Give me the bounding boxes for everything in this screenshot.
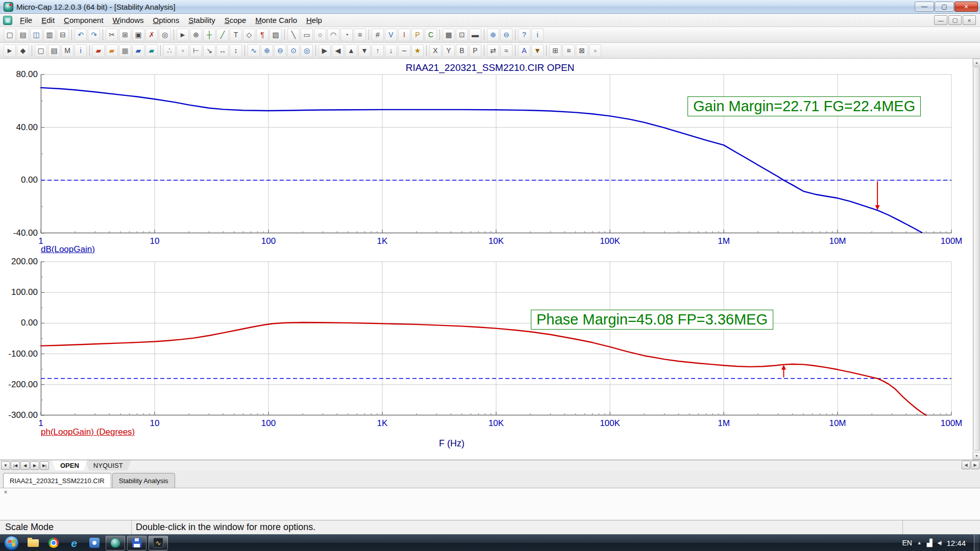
prev-page-button[interactable]: ◀ [20,461,30,470]
go-to-y-icon[interactable]: Y [443,44,455,57]
next-page-button[interactable]: ▶ [30,461,39,470]
zoom-in-icon[interactable]: ⊕ [261,44,273,57]
data-points-icon[interactable]: ∴ [163,44,176,57]
models-page-icon[interactable]: M [61,44,74,57]
flag-mode-icon[interactable]: ¶ [256,29,268,41]
scroll-right-icon[interactable]: ▶ [971,461,979,469]
high-icon[interactable]: ↑ [372,44,384,57]
ellipse-tool-icon[interactable]: ○ [314,29,326,41]
device-conditions-icon[interactable]: C [425,29,437,41]
db-loopgain-label[interactable]: dB(LoopGain) [41,244,95,255]
pie-tool-icon[interactable]: ◔ [340,29,353,41]
add-page-icon[interactable]: ▢ [35,44,47,57]
delete-icon[interactable]: ✗ [145,29,158,41]
first-page-button[interactable]: |◀ [11,461,20,470]
graphics-select-icon[interactable]: ◆ [17,44,29,57]
child-window-icon[interactable]: ▦ [3,16,12,25]
last-page-button[interactable]: ▶| [40,461,49,470]
next-point-icon[interactable]: ▶ [318,44,331,57]
scroll-up-icon[interactable]: ▲ [973,59,980,66]
mdi-close-button[interactable]: × [963,15,976,25]
copy-icon[interactable]: ⊞ [119,29,131,41]
horizontal-tag-icon[interactable]: ↔ [216,44,229,57]
node-voltages-icon[interactable]: V [385,29,397,41]
plot-window[interactable]: RIAA21_220321_SSM2210.CIR OPEN dB(LoopGa… [0,59,980,460]
volume-icon[interactable]: ◀) [938,540,942,545]
component-mode-icon[interactable]: ⊕ [190,29,202,41]
ph-loopgain-curve[interactable] [41,322,926,415]
tokens-icon[interactable]: ◦ [177,44,189,57]
ruler-icon[interactable]: ⊢ [190,44,202,57]
undo-icon[interactable]: ↶ [75,29,87,41]
go-to-performance-icon[interactable]: P [469,44,481,57]
menu-windows[interactable]: Windows [108,14,149,26]
go-to-x-icon[interactable]: X [429,44,442,57]
menu-scope[interactable]: Scope [220,14,251,26]
menu-options[interactable]: Options [148,14,184,26]
zoom-auto-icon[interactable]: ⊙ [287,44,300,57]
microcap-pinned-taskbar-button[interactable] [106,536,125,550]
restore-button[interactable]: ▢ [935,2,954,12]
normalize-icon[interactable]: ≈ [500,44,512,57]
properties-icon[interactable]: ⊠ [576,44,588,57]
numeric-output-icon[interactable]: ≡ [562,44,575,57]
select-icon[interactable]: ► [4,44,16,57]
print-preview-icon[interactable]: ▥ [43,29,56,41]
chrome-browser-taskbar-button[interactable] [43,535,64,551]
border-toggle-icon[interactable]: ⊡ [456,29,468,41]
text-mode-icon[interactable]: T [230,29,242,41]
color-teal-icon[interactable]: ▰ [145,44,158,57]
select-mode-icon[interactable]: ► [177,29,189,41]
magnifier-icon[interactable]: ◎ [301,44,313,57]
inflection-icon[interactable]: ∼ [398,44,410,57]
internet-explorer-taskbar-button[interactable]: e [64,535,84,551]
backup-save-taskbar-button[interactable] [127,536,146,550]
scroll-left-icon[interactable]: ◀ [962,461,970,469]
new-circuit-icon[interactable]: ▢ [4,29,16,41]
title-block-toggle-icon[interactable]: ▬ [469,29,481,41]
file-tab-riaa21-220321-ssm2210-cir[interactable]: RIAA21_220321_SSM2210.CIR [3,473,111,488]
menu-help[interactable]: Help [302,14,327,26]
find-icon[interactable]: ◎ [159,29,171,41]
tag-mode-icon[interactable]: ↘ [203,44,215,57]
gain-margin-annotation[interactable]: Gain Margin=22.71 FG=22.4MEG [688,96,921,116]
picture-mode-icon[interactable]: ▨ [270,29,282,41]
tabstrip-scroll-track[interactable] [129,460,962,470]
low-icon[interactable]: ↓ [385,44,397,57]
diagonal-wire-mode-icon[interactable]: ╱ [216,29,229,41]
color-orange-icon[interactable]: ▰ [106,44,118,57]
help-topics-icon[interactable]: ? [518,29,530,41]
menu-file[interactable]: File [15,14,37,26]
menu-edit[interactable]: Edit [37,14,59,26]
page-list-dropdown[interactable]: ▼ [1,461,10,470]
pattern-icon[interactable]: ▦ [119,44,131,57]
phase-margin-annotation[interactable]: Phase Margin=45.08 FP=3.36MEG [531,310,773,330]
show-hidden-icons-icon[interactable]: ▲ [917,540,922,545]
graphics-mode-icon[interactable]: ◇ [243,29,255,41]
device-power-icon[interactable]: P [411,29,424,41]
grid-toggle-icon[interactable]: ▦ [443,29,455,41]
color-red-icon[interactable]: ▰ [92,44,105,57]
print-icon[interactable]: ⊟ [57,29,69,41]
vertical-tag-icon[interactable]: ↕ [230,44,242,57]
zoom-in-icon[interactable]: ⊕ [487,29,499,41]
language-indicator[interactable]: EN [902,539,912,547]
zoom-out-icon[interactable]: ⊖ [500,29,512,41]
menu-monte-carlo[interactable]: Monte Carlo [251,14,302,26]
mdi-restore-button[interactable]: ▢ [948,15,962,25]
explorer-folder-taskbar-button[interactable] [23,535,43,551]
vertical-scrollbar[interactable]: ▲ ▼ [972,59,980,460]
ph-loopgain-label[interactable]: ph(LoopGain) (Degrees) [41,427,135,437]
color-picker-icon[interactable]: ▼ [531,44,544,57]
close-button[interactable]: × [954,2,978,12]
network-icon[interactable]: ▟ [927,539,933,547]
copy-graph-icon[interactable]: ⊞ [549,44,561,57]
menu-component[interactable]: Component [59,14,108,26]
bus-tool-icon[interactable]: ≡ [354,29,366,41]
cut-icon[interactable]: ✂ [106,29,118,41]
open-circuit-icon[interactable]: ▤ [17,29,29,41]
line-tool-icon[interactable]: ╲ [287,29,300,41]
paste-icon[interactable]: ▣ [132,29,144,41]
menu-stability[interactable]: Stability [184,14,220,26]
page-tab-nyquist[interactable]: NYQUIST [85,460,131,470]
